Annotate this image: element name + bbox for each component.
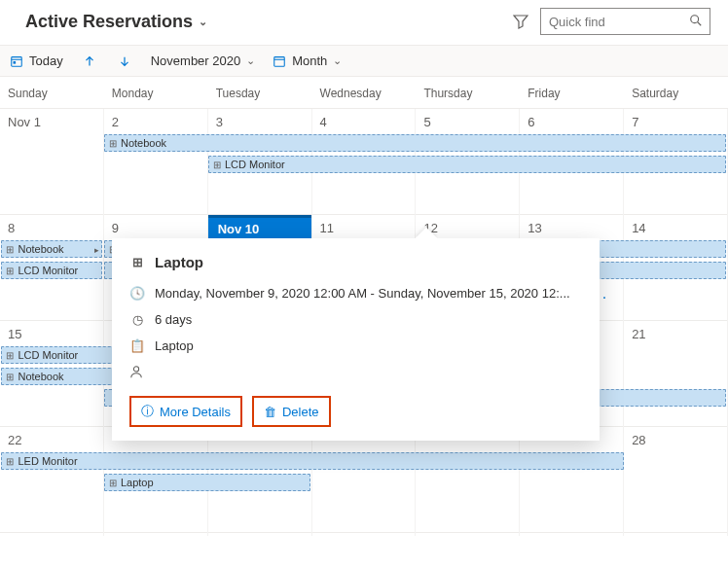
month-picker[interactable]: November 2020 ⌄	[151, 53, 256, 68]
reservation-icon: ⊞	[129, 255, 145, 269]
calendar-cell[interactable]: 22	[0, 427, 104, 536]
event-bar[interactable]: ⊞LCD Monitor	[1, 262, 101, 279]
trash-icon: 🗑	[264, 405, 276, 419]
today-button[interactable]: Today	[10, 53, 63, 68]
day-header: Friday	[520, 77, 624, 109]
info-icon: ⓘ	[141, 403, 154, 420]
day-header: Thursday	[416, 77, 520, 109]
event-bar[interactable]: ⊞LED Monitor	[1, 452, 624, 470]
day-header: Saturday	[624, 77, 728, 109]
calendar-cell[interactable]	[520, 427, 624, 536]
reservation-icon: ⊞	[213, 160, 221, 170]
svg-rect-2	[12, 56, 22, 66]
view-title: Active Reservations	[25, 12, 193, 32]
day-header: Tuesday	[208, 77, 312, 109]
view-label: Month	[292, 53, 327, 68]
chevron-down-icon: ⌄	[246, 54, 255, 67]
svg-rect-5	[274, 56, 285, 66]
today-label: Today	[29, 53, 63, 68]
reservation-icon: ⊞	[6, 372, 14, 382]
calendar-week: 22 28 ⊞LED Monitor ⊞Laptop	[0, 427, 728, 533]
reservation-icon: ⊞	[6, 266, 14, 276]
day-header: Sunday	[0, 77, 104, 109]
day-header-row: Sunday Monday Tuesday Wednesday Thursday…	[0, 77, 728, 109]
event-bar[interactable]: ⊞Notebook	[104, 134, 727, 152]
svg-rect-4	[14, 61, 17, 64]
chevron-down-icon: ⌄	[199, 16, 207, 28]
calendar-toolbar: Today November 2020 ⌄ Month ⌄	[0, 45, 728, 77]
event-bar[interactable]: ⊞Laptop	[104, 474, 310, 491]
delete-button[interactable]: 🗑 Delete	[252, 396, 331, 427]
filter-icon[interactable]	[513, 14, 528, 29]
reservation-icon: ⊞	[109, 138, 117, 149]
view-title-dropdown[interactable]: Active Reservations ⌄	[25, 12, 207, 32]
calendar-week: Nov 1 2 3 4 5 6 7 ⊞Notebook ⊞LCD Monitor	[0, 109, 728, 215]
search-box	[540, 8, 710, 35]
popup-title: Laptop	[155, 254, 203, 270]
search-input[interactable]	[540, 8, 710, 35]
view-picker[interactable]: Month ⌄	[273, 53, 342, 68]
event-details-popup: ⊞ Laptop 🕓Monday, November 9, 2020 12:00…	[112, 238, 600, 441]
calendar-icon	[273, 54, 286, 68]
clock-icon: 🕓	[129, 286, 145, 301]
calendar-cell[interactable]: 2	[104, 109, 208, 218]
svg-line-1	[698, 22, 702, 26]
calendar-today-icon	[10, 54, 23, 68]
calendar-cell[interactable]	[312, 427, 417, 536]
duration-icon: ◷	[129, 312, 145, 327]
calendar-cell[interactable]	[416, 427, 520, 536]
person-icon	[129, 365, 145, 378]
svg-point-0	[691, 16, 699, 23]
reservation-icon: ⊞	[6, 456, 14, 467]
month-label: November 2020	[151, 53, 241, 68]
reservation-icon: ⊞	[6, 350, 14, 361]
clipboard-icon: 📋	[129, 338, 145, 353]
event-bar[interactable]: ⊞LCD Monitor	[208, 156, 727, 173]
calendar-cell[interactable]: 21	[624, 321, 728, 430]
calendar-cell[interactable]: Nov 1	[0, 109, 104, 218]
popup-resource: Laptop	[155, 338, 194, 353]
search-icon[interactable]	[689, 14, 703, 27]
next-arrow-icon[interactable]	[116, 54, 133, 68]
prev-arrow-icon[interactable]	[81, 54, 98, 68]
page-header: Active Reservations ⌄	[0, 0, 728, 45]
chevron-down-icon: ⌄	[333, 54, 342, 67]
popup-timerange: Monday, November 9, 2020 12:00 AM - Sund…	[155, 286, 570, 301]
event-bar[interactable]: ⊞Notebook▸	[1, 240, 101, 258]
svg-point-7	[133, 367, 138, 372]
reservation-icon: ⊞	[6, 244, 14, 255]
calendar-cell[interactable]: 28	[624, 427, 728, 536]
reservation-icon: ⊞	[109, 478, 117, 488]
popup-duration: 6 days	[155, 312, 192, 327]
more-details-button[interactable]: ⓘ More Details	[129, 396, 242, 427]
day-header: Wednesday	[312, 77, 417, 109]
day-header: Monday	[104, 77, 208, 109]
continue-arrow-icon: ▸	[94, 245, 99, 255]
